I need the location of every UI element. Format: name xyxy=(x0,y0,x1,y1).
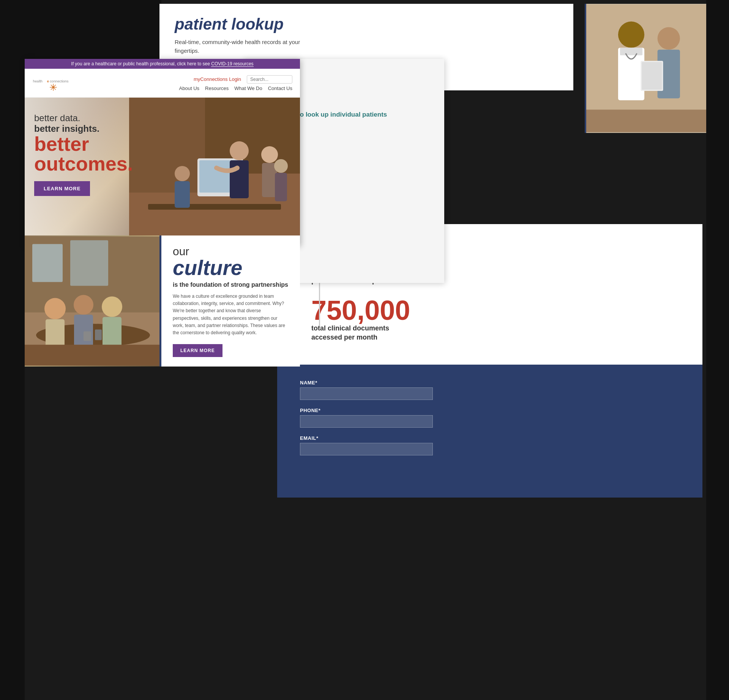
svg-rect-24 xyxy=(230,160,249,198)
stat-desc-2: total clinical documents accessed per mo… xyxy=(311,324,406,342)
name-form-group: NAME* xyxy=(300,380,680,400)
myconnections-link[interactable]: myConnections Login xyxy=(194,76,241,82)
svg-rect-33 xyxy=(32,244,63,282)
svg-text:health: health xyxy=(33,79,43,83)
svg-rect-44 xyxy=(25,345,161,366)
covid-link[interactable]: COVID-19 resources xyxy=(211,61,253,67)
culture-content: our culture is the foundation of strong … xyxy=(161,235,300,367)
hero-section: better data. better insights. better out… xyxy=(25,98,300,246)
svg-point-29 xyxy=(274,159,288,173)
phone-input[interactable] xyxy=(300,415,433,428)
svg-rect-2 xyxy=(618,48,644,100)
svg-rect-34 xyxy=(70,240,108,286)
search-input[interactable] xyxy=(247,75,292,84)
nav-links: About Us Resources What We Do Contact Us xyxy=(179,85,292,91)
culture-image xyxy=(25,235,161,367)
nav-contact-us[interactable]: Contact Us xyxy=(268,85,292,91)
culture-section: our culture is the foundation of strong … xyxy=(25,235,300,367)
hero-line1: better data. xyxy=(34,113,133,123)
hero-line3: better xyxy=(34,134,133,154)
hero-line4: outcomes. xyxy=(34,154,133,174)
culture-image-border xyxy=(159,235,161,367)
black-left-border xyxy=(0,0,25,700)
black-top-bar xyxy=(25,0,161,59)
culture-learn-more-button[interactable]: LEARN MORE xyxy=(173,344,222,357)
svg-rect-30 xyxy=(275,173,287,201)
logo: health e connections xyxy=(32,73,78,93)
covid-banner-text: If you are a healthcare or public health… xyxy=(71,61,211,66)
email-form-group: EMAIL* xyxy=(300,435,680,455)
svg-rect-28 xyxy=(175,181,190,208)
svg-point-27 xyxy=(175,166,190,181)
nav-resources[interactable]: Resources xyxy=(205,85,229,91)
culture-title2: culture xyxy=(173,258,289,278)
phone-label: PHONE* xyxy=(300,408,680,413)
svg-point-1 xyxy=(618,22,644,48)
svg-point-4 xyxy=(658,27,680,49)
svg-point-40 xyxy=(102,297,122,317)
email-label: EMAIL* xyxy=(300,435,680,441)
svg-point-36 xyxy=(44,298,66,319)
website-card: If you are a healthcare or public health… xyxy=(25,59,300,246)
contact-section: NAME* PHONE* EMAIL* xyxy=(277,365,702,498)
svg-point-23 xyxy=(230,141,249,160)
doctor-image xyxy=(585,4,706,133)
patient-lookup-desc1: Real-time, community-wide health records… xyxy=(175,38,319,55)
covid-banner: If you are a healthcare or public health… xyxy=(25,59,300,69)
hero-text: better data. better insights. better out… xyxy=(34,113,133,196)
culture-desc: We have a culture of excellence grounded… xyxy=(173,293,289,337)
svg-rect-8 xyxy=(586,110,706,132)
svg-rect-42 xyxy=(84,332,91,341)
hero-learn-more-button[interactable]: LEARN MORE xyxy=(34,181,90,196)
main-container: patient lookup Real-time, community-wide… xyxy=(0,0,729,700)
phone-form-group: PHONE* xyxy=(300,408,680,428)
svg-rect-7 xyxy=(642,62,662,90)
email-input[interactable] xyxy=(300,443,433,455)
black-right-border xyxy=(706,0,729,700)
nav-right: myConnections Login About Us Resources W… xyxy=(179,75,292,91)
patient-lookup-title: patient lookup xyxy=(175,15,558,33)
logo-area: health e connections xyxy=(32,73,78,93)
nav-top-row: myConnections Login xyxy=(194,75,292,84)
svg-text:e: e xyxy=(47,79,49,83)
stat-item-2: 750,000 total clinical documents accesse… xyxy=(311,297,680,342)
navbar: health e connections xyxy=(25,69,300,98)
name-input[interactable] xyxy=(300,387,433,400)
nav-about-us[interactable]: About Us xyxy=(179,85,199,91)
svg-point-16 xyxy=(52,86,55,88)
svg-point-25 xyxy=(261,146,278,163)
nav-what-we-do[interactable]: What We Do xyxy=(234,85,262,91)
svg-rect-18 xyxy=(129,98,205,193)
hero-line2: better insights. xyxy=(34,123,133,134)
svg-rect-3 xyxy=(620,48,642,55)
svg-point-38 xyxy=(74,295,93,315)
svg-text:connections: connections xyxy=(50,79,69,83)
hero-image xyxy=(129,98,300,246)
stat-number-2: 750,000 xyxy=(311,297,680,324)
culture-subtitle: is the foundation of strong partnerships xyxy=(173,281,289,288)
svg-rect-43 xyxy=(95,330,102,340)
name-label: NAME* xyxy=(300,380,680,386)
svg-rect-20 xyxy=(148,204,281,210)
